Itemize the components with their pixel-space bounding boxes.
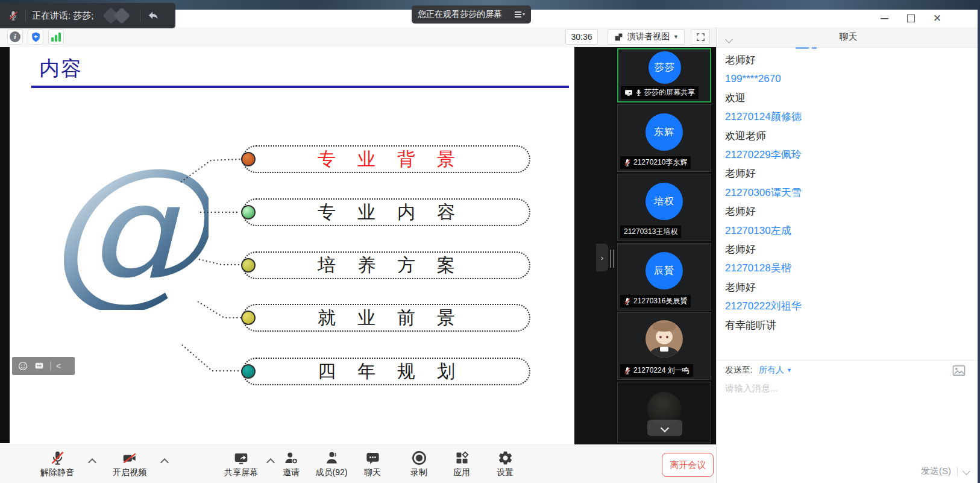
slide-item-bullet [241, 258, 256, 273]
participant-name-label: 莎莎的屏幕共享 [621, 86, 699, 99]
leave-meeting-button[interactable]: 离开会议 [662, 453, 714, 477]
participant-tile[interactable]: 莎莎 莎莎的屏幕共享 [617, 48, 711, 103]
maximize-button[interactable] [905, 13, 916, 24]
more-participants-button[interactable] [647, 420, 682, 436]
send-row: 发送(S) [921, 466, 969, 477]
members-icon [324, 448, 340, 466]
participant-name: 21270210李东辉 [633, 157, 687, 168]
send-button[interactable]: 发送(S) [921, 466, 951, 477]
send-to-dropdown[interactable]: 所有人 ▼ [759, 365, 792, 376]
chat-sender-name: 199****2670 [725, 69, 976, 88]
chat-message-list[interactable]: 老师好199****2670欢迎21270124颜修德欢迎老师21270229李… [717, 47, 976, 360]
send-options-chevron[interactable] [963, 467, 970, 475]
reply-arrow-icon[interactable] [146, 10, 160, 21]
window-controls: ✕ [879, 10, 943, 27]
share-screen-icon [233, 448, 250, 466]
slide-item: 培养方案 [241, 251, 530, 279]
chat-message-text: 老师好 [725, 51, 976, 69]
divider [25, 9, 26, 22]
chat-sender-name: 21270306谭天雪 [725, 183, 976, 202]
slide-item: 专业背景 [241, 145, 530, 173]
video-options-chevron[interactable] [160, 458, 169, 467]
meeting-info-button[interactable]: i [7, 29, 23, 45]
unmute-label: 解除静音 [40, 467, 74, 478]
clipped-message-fragment [796, 47, 809, 49]
chat-label: 聊天 [364, 467, 381, 478]
minimize-button[interactable] [879, 13, 890, 24]
apps-icon [454, 448, 470, 466]
camera-muted-icon [121, 448, 138, 466]
mic-muted-icon [624, 159, 631, 166]
send-to-value: 所有人 [759, 365, 784, 376]
view-mode-button[interactable]: 演讲者视图 ▼ [608, 29, 685, 45]
slide-item-text: 专业背景 [242, 145, 530, 173]
banner-menu-icon[interactable]: ▾ [515, 11, 525, 17]
chevron-down-icon: ▼ [673, 34, 679, 40]
share-screen-button[interactable]: 共享屏幕 [217, 448, 265, 478]
participant-name: 21270313王培权 [624, 227, 677, 237]
participant-tile[interactable]: 21270224 刘一鸣 [617, 312, 711, 380]
slide-item-text: 培养方案 [242, 251, 530, 279]
emoji-reaction-icon[interactable] [17, 361, 28, 371]
security-button[interactable] [28, 29, 43, 45]
participant-name: 21270316吴辰贇 [633, 296, 687, 306]
chat-header: 聊天 [717, 27, 980, 48]
avatar [645, 320, 683, 358]
divider [957, 467, 958, 476]
members-button[interactable]: 成员(92) [307, 448, 356, 478]
avatar: 莎莎 [649, 51, 681, 84]
layout-icon [614, 32, 624, 42]
slide-item: 就业前景 [241, 304, 530, 332]
chat-message-text: 欢迎老师 [725, 127, 976, 145]
collapse-annotation-chevron[interactable]: < [56, 362, 61, 370]
chat-message-text: 老师好 [725, 164, 976, 183]
participant-name-label: 21270313王培权 [620, 226, 681, 238]
meeting-timer: 30:36 [565, 29, 598, 45]
chat-message-text: 老师好 [725, 240, 976, 259]
apps-button[interactable]: 应用 [444, 448, 480, 478]
send-to-label: 发送至: [725, 365, 753, 376]
collapse-video-strip-tab[interactable]: › [596, 244, 608, 271]
record-button[interactable]: 录制 [401, 448, 437, 478]
start-video-label: 开启视频 [113, 467, 146, 478]
panel-drag-handle[interactable] [610, 250, 614, 268]
participant-tile[interactable]: 东辉 21270210李东辉 [617, 104, 711, 172]
quick-message-icon[interactable] [34, 361, 45, 371]
panel-gutter: › [574, 47, 616, 444]
network-quality-button[interactable] [48, 29, 64, 45]
participant-tile[interactable] [617, 382, 711, 443]
chat-sender-name: 21270130左成 [725, 221, 976, 240]
invite-label: 邀请 [283, 467, 300, 478]
speaking-banner: 正在讲话: 莎莎; [0, 3, 175, 28]
chat-button[interactable]: 聊天 [354, 448, 391, 478]
participant-name-label: 21270210李东辉 [620, 156, 691, 169]
settings-button[interactable]: 设置 [487, 448, 523, 478]
chat-message-text: 老师好 [725, 202, 976, 221]
mute-options-chevron[interactable] [88, 458, 96, 467]
mic-muted-icon [7, 10, 19, 22]
participant-tile[interactable]: 培权 21270313王培权 [617, 174, 711, 241]
avatar: 辰贇 [645, 252, 683, 289]
fullscreen-button[interactable] [691, 29, 710, 45]
slide-item-bullet [241, 152, 256, 166]
unmute-button[interactable]: 解除静音 [33, 448, 81, 478]
participant-tile[interactable]: 辰贇 21270316吴辰贇 [617, 243, 711, 311]
participant-name-label: 21270224 刘一鸣 [620, 364, 693, 377]
avatar: 培权 [645, 183, 683, 220]
mic-muted-icon [624, 297, 631, 305]
watching-banner: 您正在观看莎莎的屏幕 ▾ [412, 5, 531, 24]
send-image-button[interactable] [952, 365, 966, 379]
chat-sender-name: 21270124颜修德 [725, 107, 976, 126]
shield-plus-icon [30, 31, 42, 43]
settings-label: 设置 [497, 467, 514, 478]
members-label: 成员(92) [316, 467, 348, 478]
start-video-button[interactable]: 开启视频 [105, 448, 154, 478]
apps-label: 应用 [453, 467, 470, 478]
slide-item: 四年规划 [241, 358, 530, 385]
chat-sender-name: 21270222刘祖华 [725, 297, 976, 315]
close-button[interactable]: ✕ [932, 13, 943, 24]
chat-input[interactable]: 请输入消息... [725, 383, 778, 394]
view-mode-label: 演讲者视图 [627, 31, 670, 42]
info-icon: i [10, 31, 20, 42]
participant-name-label: 21270316吴辰贇 [620, 295, 691, 308]
